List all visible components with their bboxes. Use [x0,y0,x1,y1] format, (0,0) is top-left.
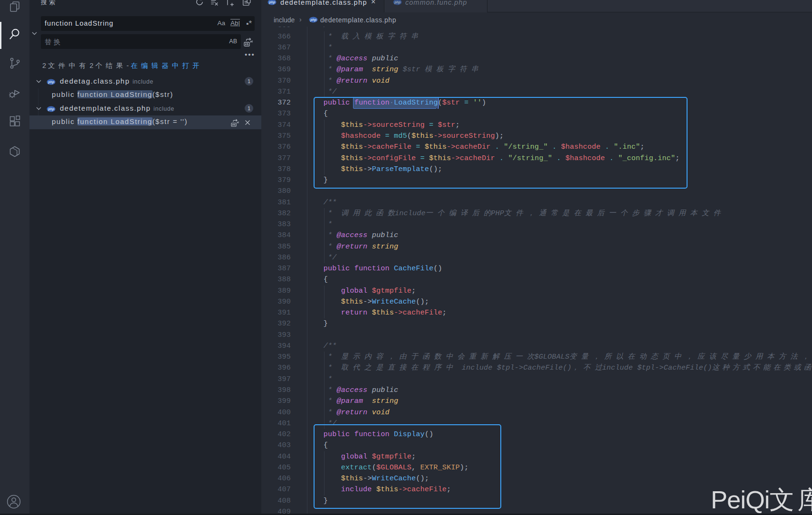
svg-text:php: php [48,80,55,84]
svg-text:php: php [268,0,276,4]
svg-text:php: php [394,0,401,4]
svg-text:php: php [48,107,55,111]
svg-text:php: php [310,18,317,22]
